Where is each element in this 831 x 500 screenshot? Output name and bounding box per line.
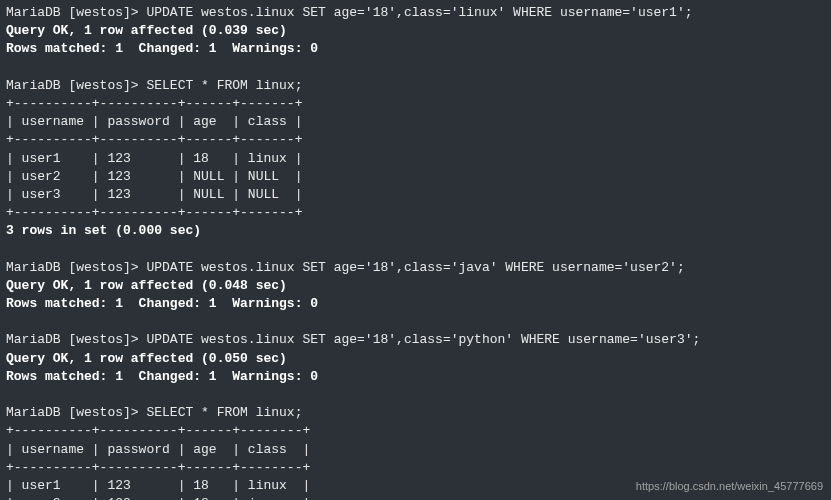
- table-separator: +----------+----------+------+-------+: [6, 95, 825, 113]
- command-line-4: MariaDB [westos]> UPDATE westos.linux SE…: [6, 331, 825, 349]
- table-row: | user2 | 123 | NULL | NULL |: [6, 168, 825, 186]
- table-separator: +----------+----------+------+--------+: [6, 459, 825, 477]
- command-line-1: MariaDB [westos]> UPDATE westos.linux SE…: [6, 4, 825, 22]
- sql-command: UPDATE westos.linux SET age='18',class='…: [146, 332, 700, 347]
- watermark: https://blog.csdn.net/weixin_45777669: [636, 479, 823, 494]
- table-separator: +----------+----------+------+-------+: [6, 204, 825, 222]
- table-row: | user3 | 123 | NULL | NULL |: [6, 186, 825, 204]
- blank-line: [6, 240, 825, 258]
- blank-line: [6, 313, 825, 331]
- rows-in-set: 3 rows in set (0.000 sec): [6, 222, 825, 240]
- rows-matched: Rows matched: 1 Changed: 1 Warnings: 0: [6, 368, 825, 386]
- prompt: MariaDB [westos]>: [6, 5, 146, 20]
- rows-matched: Rows matched: 1 Changed: 1 Warnings: 0: [6, 295, 825, 313]
- table-separator: +----------+----------+------+--------+: [6, 422, 825, 440]
- rows-matched: Rows matched: 1 Changed: 1 Warnings: 0: [6, 40, 825, 58]
- table-row: | user2 | 123 | 18 | java |: [6, 495, 825, 500]
- sql-command: SELECT * FROM linux;: [146, 78, 302, 93]
- table-header: | username | password | age | class |: [6, 113, 825, 131]
- terminal-output: MariaDB [westos]> UPDATE westos.linux SE…: [6, 4, 825, 500]
- query-result: Query OK, 1 row affected (0.050 sec): [6, 350, 825, 368]
- blank-line: [6, 386, 825, 404]
- prompt: MariaDB [westos]>: [6, 405, 146, 420]
- query-result: Query OK, 1 row affected (0.048 sec): [6, 277, 825, 295]
- prompt: MariaDB [westos]>: [6, 78, 146, 93]
- table-header: | username | password | age | class |: [6, 441, 825, 459]
- table-separator: +----------+----------+------+-------+: [6, 131, 825, 149]
- query-result: Query OK, 1 row affected (0.039 sec): [6, 22, 825, 40]
- blank-line: [6, 59, 825, 77]
- prompt: MariaDB [westos]>: [6, 332, 146, 347]
- sql-command: UPDATE westos.linux SET age='18',class='…: [146, 5, 692, 20]
- command-line-5: MariaDB [westos]> SELECT * FROM linux;: [6, 404, 825, 422]
- prompt: MariaDB [westos]>: [6, 260, 146, 275]
- sql-command: UPDATE westos.linux SET age='18',class='…: [146, 260, 684, 275]
- table-row: | user1 | 123 | 18 | linux |: [6, 150, 825, 168]
- command-line-2: MariaDB [westos]> SELECT * FROM linux;: [6, 77, 825, 95]
- sql-command: SELECT * FROM linux;: [146, 405, 302, 420]
- command-line-3: MariaDB [westos]> UPDATE westos.linux SE…: [6, 259, 825, 277]
